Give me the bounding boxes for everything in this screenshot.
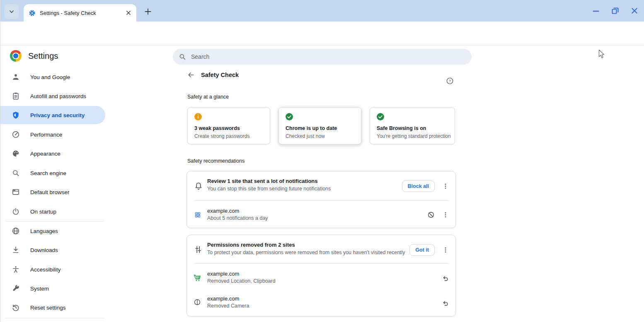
glance-card-subtitle: Create strong passwords (194, 133, 249, 139)
kebab-menu-icon (442, 183, 449, 190)
help-button[interactable]: ? (445, 76, 454, 85)
block-site-button[interactable] (426, 209, 436, 220)
tab-close-icon[interactable] (126, 10, 131, 16)
sidebar-item-reset-settings[interactable]: Reset settings (0, 299, 105, 316)
window-controls (592, 7, 638, 14)
card-title: Permissions removed from 2 sites (207, 242, 295, 248)
settings-gear-favicon-icon (29, 10, 36, 17)
svg-text:?: ? (448, 78, 450, 83)
privacy-shield-icon (12, 111, 20, 119)
globe-icon (12, 227, 20, 235)
wrench-icon (12, 284, 20, 293)
site-menu-button[interactable] (441, 210, 450, 220)
card-menu-button[interactable] (441, 245, 450, 255)
site-detail: Removed Camera (207, 303, 249, 309)
toolbar: Chrome chrome://settings/safetycheck (0, 22, 644, 46)
glance-card-subtitle: You're getting standard protection (377, 133, 451, 139)
block-icon (427, 211, 435, 219)
back-arrow-icon[interactable] (187, 71, 195, 79)
sidebar-item-accessibility[interactable]: Accessibility (0, 261, 105, 278)
mouse-cursor (598, 49, 605, 59)
browser-window: Settings - Safety Check (0, 0, 644, 322)
sidebar-item-downloads[interactable]: Downloads (0, 242, 105, 258)
card-subtitle: To protect your data, permissions were r… (207, 250, 405, 255)
kebab-menu-icon (442, 211, 449, 218)
glance-card-passwords[interactable]: 3 weak passwords Create strong passwords (187, 107, 270, 144)
notifications-bell-icon (194, 182, 203, 191)
glance-card-updates[interactable]: Chrome is up to date Checked just now (278, 107, 361, 144)
minimize-button[interactable] (592, 7, 600, 14)
close-window-button[interactable] (631, 7, 638, 14)
sidebar-item-default-browser[interactable]: Default browser (0, 184, 105, 200)
settings-header: Settings (10, 50, 58, 62)
sidebar-item-label: Search engine (30, 170, 66, 176)
download-icon (12, 246, 20, 254)
search-icon (179, 53, 186, 60)
browser-window-icon (12, 188, 20, 196)
undo-icon (441, 275, 449, 282)
sidebar-divider (5, 318, 104, 318)
permissions-removed-card: Permissions removed from 2 sites To prot… (186, 235, 456, 317)
sidebar-item-label: Default browser (30, 189, 70, 195)
window-edge (0, 0, 0, 322)
sidebar-item-on-startup[interactable]: On startup (0, 203, 105, 220)
sidebar-item-label: You and Google (30, 74, 70, 80)
sidebar-item-label: Autofill and passwords (30, 93, 86, 99)
sidebar-item-privacy-security[interactable]: Privacy and security (0, 106, 105, 124)
active-tab[interactable]: Settings - Safety Check (24, 4, 136, 22)
glance-card-title: Chrome is up to date (286, 125, 337, 131)
glance-card-title: Safe Browsing is on (377, 125, 426, 131)
got-it-button[interactable]: Got it (409, 244, 435, 256)
sidebar-item-label: Downloads (30, 247, 58, 253)
tab-strip: Settings - Safety Check (0, 0, 644, 22)
sidebar-item-label: On startup (30, 209, 56, 215)
sidebar-item-label: Reset settings (30, 305, 66, 311)
glance-heading: Safety at a glance (187, 94, 229, 100)
subpage-header: Safety Check (187, 71, 239, 79)
settings-search[interactable]: Search (173, 49, 472, 65)
restore-button[interactable] (611, 7, 619, 14)
site-favicon-circle (194, 298, 201, 306)
site-detail: About 5 notifications a day (207, 215, 268, 221)
page-title: Safety Check (201, 72, 239, 78)
notifications-review-card: Review 1 site that sent a lot of notific… (186, 171, 456, 228)
success-check-icon (286, 113, 293, 120)
new-tab-button[interactable] (142, 6, 154, 17)
search-placeholder: Search (191, 53, 209, 60)
site-name: example.com (207, 208, 239, 214)
card-menu-button[interactable] (441, 181, 450, 191)
sidebar-item-appearance[interactable]: Appearance (0, 145, 105, 162)
site-name: example.com (207, 271, 239, 277)
sidebar-item-autofill[interactable]: Autofill and passwords (0, 88, 105, 104)
sidebar-item-label: Languages (30, 228, 58, 234)
sidebar-item-languages[interactable]: Languages (0, 223, 105, 239)
sidebar-item-system[interactable]: System (0, 280, 105, 297)
card-divider (194, 200, 449, 201)
person-icon (12, 73, 20, 81)
recommendations-heading: Safety recommendations (187, 158, 245, 164)
power-icon (12, 207, 20, 216)
sidebar-item-label: Performance (30, 132, 62, 138)
success-check-icon (377, 113, 384, 120)
card-subtitle: You can stop this site from sending futu… (207, 186, 331, 192)
settings-page: Settings You and Google Autofill and pas… (0, 46, 644, 322)
site-favicon-atom (194, 211, 201, 219)
tab-search-button[interactable] (4, 4, 19, 19)
sidebar-divider (5, 221, 104, 221)
undo-remove-button[interactable] (440, 298, 450, 309)
undo-remove-button[interactable] (440, 273, 450, 284)
warning-info-icon (194, 113, 202, 120)
glance-card-title: 3 weak passwords (194, 125, 240, 131)
sidebar-item-you-and-google[interactable]: You and Google (0, 69, 105, 85)
help-icon: ? (446, 77, 454, 85)
block-all-button[interactable]: Block all (402, 180, 435, 192)
sidebar-item-search-engine[interactable]: Search engine (0, 165, 105, 181)
sidebar-item-label: Accessibility (30, 267, 61, 273)
site-favicon-cart (194, 274, 201, 282)
chrome-logo-icon (10, 50, 22, 62)
undo-icon (441, 300, 449, 307)
sidebar-item-performance[interactable]: Performance (0, 126, 105, 143)
glance-card-subtitle: Checked just now (286, 133, 325, 139)
glance-card-safe-browsing[interactable]: Safe Browsing is on You're getting stand… (370, 107, 455, 144)
card-divider (194, 263, 449, 264)
